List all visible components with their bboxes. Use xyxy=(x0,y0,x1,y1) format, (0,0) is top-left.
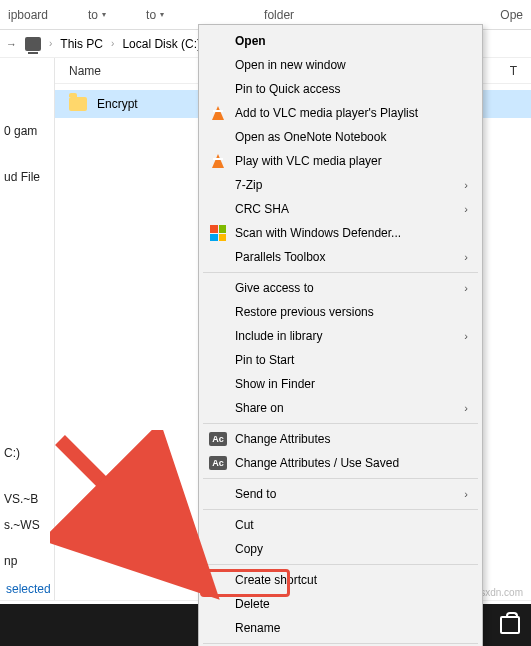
menu-restore[interactable]: Restore previous versions xyxy=(201,300,480,324)
ribbon-to-dropdown-1[interactable]: to▾ xyxy=(88,8,106,22)
menu-vlc-play[interactable]: Play with VLC media player xyxy=(201,149,480,173)
attributes-icon: Ac xyxy=(209,454,227,472)
breadcrumb-local-disk[interactable]: Local Disk (C:) xyxy=(122,37,201,51)
vlc-icon xyxy=(209,104,227,122)
menu-open[interactable]: Open xyxy=(201,29,480,53)
ribbon-open-label: Ope xyxy=(500,8,523,22)
menu-rename[interactable]: Rename xyxy=(201,616,480,640)
ribbon-clipboard-label: ipboard xyxy=(8,8,48,22)
menu-separator xyxy=(203,478,478,479)
chevron-down-icon: ▾ xyxy=(160,10,164,19)
nav-item[interactable]: C:) xyxy=(0,440,54,466)
menu-library[interactable]: Include in library› xyxy=(201,324,480,348)
column-type[interactable]: T xyxy=(510,64,517,78)
store-icon[interactable] xyxy=(499,614,521,636)
context-menu: Open Open in new window Pin to Quick acc… xyxy=(198,24,483,646)
submenu-arrow-icon: › xyxy=(464,402,468,414)
menu-7zip[interactable]: 7-Zip› xyxy=(201,173,480,197)
menu-pin-quick-access[interactable]: Pin to Quick access xyxy=(201,77,480,101)
folder-icon xyxy=(69,97,87,111)
menu-give-access[interactable]: Give access to› xyxy=(201,276,480,300)
menu-copy[interactable]: Copy xyxy=(201,537,480,561)
menu-separator xyxy=(203,643,478,644)
nav-item[interactable]: np xyxy=(0,548,54,574)
menu-onenote[interactable]: Open as OneNote Notebook xyxy=(201,125,480,149)
menu-separator xyxy=(203,272,478,273)
navigation-pane[interactable]: 0 gam ud File C:) VS.~B s.~WS np xyxy=(0,58,55,600)
menu-separator xyxy=(203,423,478,424)
nav-item[interactable]: ud File xyxy=(0,164,54,190)
file-name-label: Encrypt xyxy=(97,97,138,111)
submenu-arrow-icon: › xyxy=(464,179,468,191)
chevron-down-icon: ▾ xyxy=(102,10,106,19)
menu-separator xyxy=(203,564,478,565)
nav-back-icon[interactable]: → xyxy=(6,38,17,50)
submenu-arrow-icon: › xyxy=(464,251,468,263)
menu-change-attributes-saved[interactable]: AcChange Attributes / Use Saved xyxy=(201,451,480,475)
vlc-icon xyxy=(209,152,227,170)
nav-item[interactable]: 0 gam xyxy=(0,118,54,144)
menu-delete[interactable]: Delete xyxy=(201,592,480,616)
menu-share-on[interactable]: Share on› xyxy=(201,396,480,420)
menu-defender[interactable]: Scan with Windows Defender... xyxy=(201,221,480,245)
menu-change-attributes[interactable]: AcChange Attributes xyxy=(201,427,480,451)
menu-open-new-window[interactable]: Open in new window xyxy=(201,53,480,77)
ribbon-to-dropdown-2[interactable]: to▾ xyxy=(146,8,164,22)
nav-item[interactable]: s.~WS xyxy=(0,512,54,538)
menu-cut[interactable]: Cut xyxy=(201,513,480,537)
pc-icon xyxy=(25,37,41,51)
menu-pin-start[interactable]: Pin to Start xyxy=(201,348,480,372)
breadcrumb-separator: › xyxy=(45,38,56,49)
submenu-arrow-icon: › xyxy=(464,330,468,342)
breadcrumb-this-pc[interactable]: This PC xyxy=(60,37,103,51)
menu-vlc-add[interactable]: Add to VLC media player's Playlist xyxy=(201,101,480,125)
menu-parallels[interactable]: Parallels Toolbox› xyxy=(201,245,480,269)
windows-defender-icon xyxy=(209,224,227,242)
menu-separator xyxy=(203,509,478,510)
attributes-icon: Ac xyxy=(209,430,227,448)
breadcrumb-separator: › xyxy=(107,38,118,49)
ribbon-folder-label: folder xyxy=(264,8,294,22)
submenu-arrow-icon: › xyxy=(464,282,468,294)
menu-create-shortcut[interactable]: Create shortcut xyxy=(201,568,480,592)
submenu-arrow-icon: › xyxy=(464,203,468,215)
submenu-arrow-icon: › xyxy=(464,488,468,500)
nav-item[interactable]: VS.~B xyxy=(0,486,54,512)
menu-show-finder[interactable]: Show in Finder xyxy=(201,372,480,396)
menu-send-to[interactable]: Send to› xyxy=(201,482,480,506)
menu-crc-sha[interactable]: CRC SHA› xyxy=(201,197,480,221)
